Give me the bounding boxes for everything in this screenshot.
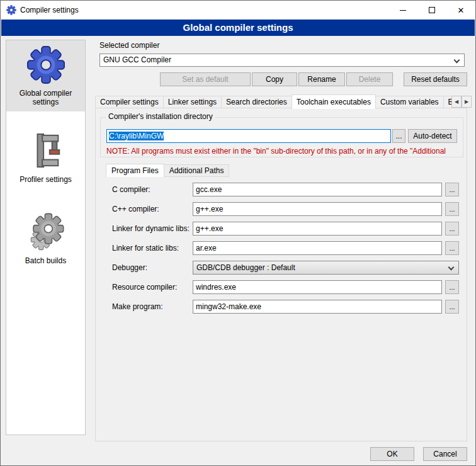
install-dir-input[interactable]: C:\raylib\MinGW <box>106 129 391 143</box>
maximize-button[interactable] <box>417 1 446 20</box>
window-title: Compiler settings <box>20 6 79 14</box>
field-row-make-program: Make program: ... <box>112 300 459 314</box>
settings-category-sidebar: Global compiler settings Profiler settin… <box>6 40 86 435</box>
close-button[interactable]: ✕ <box>446 1 475 20</box>
dynamic-linker-browse-button[interactable]: ... <box>445 222 459 236</box>
gears-gray-icon <box>26 213 65 252</box>
make-program-label: Make program: <box>112 302 193 311</box>
set-as-default-button[interactable]: Set as default <box>160 72 251 86</box>
rename-button[interactable]: Rename <box>298 72 345 86</box>
minimize-button[interactable] <box>388 1 417 20</box>
sidebar-item-label: Profiler settings <box>8 175 84 184</box>
cpp-compiler-browse-button[interactable]: ... <box>445 202 459 216</box>
field-row-dynamic-linker: Linker for dynamic libs: ... <box>112 222 459 236</box>
cancel-button[interactable]: Cancel <box>423 447 467 461</box>
resource-compiler-browse-button[interactable]: ... <box>445 280 459 294</box>
tab-search-directories[interactable]: Search directories <box>221 96 292 108</box>
field-row-c-compiler: C compiler: ... <box>112 183 459 196</box>
make-program-input[interactable] <box>193 300 442 314</box>
profiler-icon <box>28 132 64 171</box>
window-controls: ✕ <box>388 1 475 20</box>
sidebar-item-batch-builds[interactable]: Batch builds <box>6 208 85 270</box>
debugger-value: GDB/CDB debugger : Default <box>196 263 295 272</box>
chevron-down-icon <box>454 57 460 64</box>
tab-toolchain-executables[interactable]: Toolchain executables <box>292 94 376 109</box>
tab-strip: Compiler settings Linker settings Search… <box>92 93 472 108</box>
resource-compiler-input[interactable] <box>193 280 442 294</box>
selected-compiler-dropdown[interactable]: GNU GCC Compiler <box>99 54 465 67</box>
cpp-compiler-label: C++ compiler: <box>112 205 193 213</box>
compiler-settings-window: Compiler settings ✕ Global compiler sett… <box>0 0 476 466</box>
install-dir-selected-text: C:\raylib\MinGW <box>109 132 164 140</box>
dynamic-linker-input[interactable] <box>193 222 442 236</box>
install-dir-note: NOTE: All programs must exist either in … <box>106 147 460 156</box>
static-linker-browse-button[interactable]: ... <box>445 241 459 255</box>
subtab-additional-paths[interactable]: Additional Paths <box>164 164 230 177</box>
field-row-cpp-compiler: C++ compiler: ... <box>112 202 459 216</box>
dynamic-linker-label: Linker for dynamic libs: <box>112 224 193 233</box>
minimize-icon <box>400 10 406 11</box>
field-row-static-linker: Linker for static libs: ... <box>112 241 459 255</box>
field-row-debugger: Debugger: GDB/CDB debugger : Default <box>112 261 459 275</box>
c-compiler-input[interactable] <box>193 183 442 196</box>
compiler-actions: Set as default Copy Rename Delete Reset … <box>160 72 467 86</box>
install-dir-browse-button[interactable]: ... <box>392 129 405 143</box>
subtab-program-files[interactable]: Program Files <box>106 164 164 177</box>
tab-custom-variables[interactable]: Custom variables <box>375 96 444 108</box>
resource-compiler-label: Resource compiler: <box>112 283 193 292</box>
page-title: Global compiler settings <box>1 20 475 36</box>
ok-button[interactable]: OK <box>370 447 414 461</box>
field-row-resource-compiler: Resource compiler: ... <box>112 280 459 294</box>
delete-button[interactable]: Delete <box>346 72 393 86</box>
maximize-icon <box>429 7 435 13</box>
tab-scroll-right-icon: ▶ <box>465 99 468 105</box>
sidebar-item-profiler-settings[interactable]: Profiler settings <box>6 127 85 189</box>
debugger-select[interactable]: GDB/CDB debugger : Default <box>193 261 459 275</box>
sidebar-item-label: Batch builds <box>8 256 84 265</box>
debugger-label: Debugger: <box>112 263 193 272</box>
selected-compiler-label: Selected compiler <box>99 41 159 50</box>
close-icon: ✕ <box>458 6 465 15</box>
sidebar-item-global-compiler-settings[interactable]: Global compiler settings <box>6 40 85 111</box>
tab-scroll-left-button[interactable]: ◀ <box>451 96 462 108</box>
cpp-compiler-input[interactable] <box>193 202 442 216</box>
install-dir-group-title: Compiler's installation directory <box>106 112 215 121</box>
c-compiler-label: C compiler: <box>112 185 193 194</box>
main-content: Selected compiler GNU GCC Compiler Set a… <box>92 40 472 446</box>
subtab-strip: Program Files Additional Paths <box>106 164 229 177</box>
static-linker-input[interactable] <box>193 241 442 255</box>
copy-button[interactable]: Copy <box>252 72 297 86</box>
chevron-down-icon <box>448 264 455 271</box>
app-gear-icon <box>6 5 16 15</box>
c-compiler-browse-button[interactable]: ... <box>445 183 459 196</box>
reset-defaults-button[interactable]: Reset defaults <box>404 72 467 86</box>
tab-compiler-settings[interactable]: Compiler settings <box>95 96 164 108</box>
tab-linker-settings[interactable]: Linker settings <box>163 96 222 108</box>
sidebar-item-label: Global compiler settings <box>8 89 84 106</box>
tab-scroll-right-button[interactable]: ▶ <box>462 96 472 108</box>
install-dir-group: Compiler's installation directory C:\ray… <box>100 117 463 157</box>
make-program-browse-button[interactable]: ... <box>445 300 459 314</box>
titlebar: Compiler settings ✕ <box>1 1 475 20</box>
gear-blue-icon <box>26 45 65 84</box>
selected-compiler-value: GNU GCC Compiler <box>103 55 171 64</box>
toolchain-executables-panel: Compiler's installation directory C:\ray… <box>95 108 467 441</box>
tab-scroll-left-icon: ◀ <box>455 99 458 105</box>
auto-detect-button[interactable]: Auto-detect <box>408 129 457 143</box>
static-linker-label: Linker for static libs: <box>112 244 193 253</box>
